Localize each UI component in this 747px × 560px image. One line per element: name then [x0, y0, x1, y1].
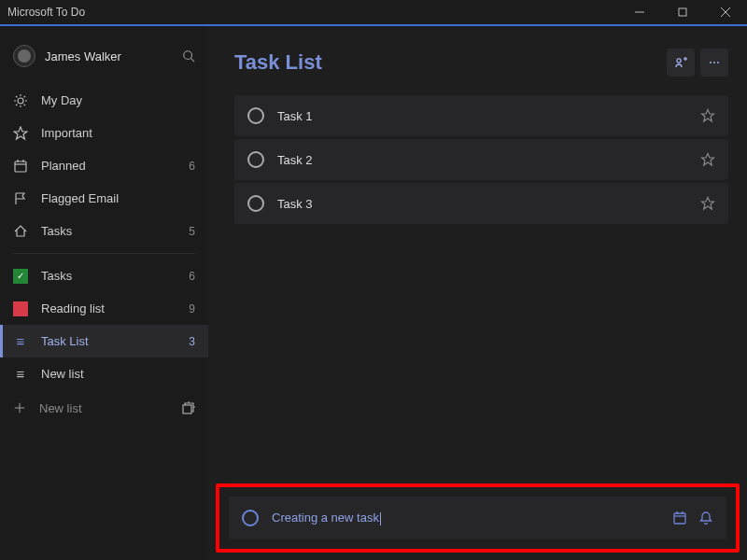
list-count: 3	[189, 335, 195, 348]
checkbox-icon: ✓	[13, 269, 28, 284]
sidebar-divider	[13, 253, 195, 254]
task-list: Task 1 Task 2 Task 3	[234, 95, 728, 225]
add-task-input[interactable]: Creating a new task	[272, 511, 659, 525]
complete-circle-icon[interactable]	[247, 151, 264, 168]
main-content: Task List Task 1 Task 2 Task 3	[208, 26, 747, 560]
reminder-icon[interactable]	[698, 511, 713, 525]
svg-line-11	[16, 96, 17, 97]
svg-point-25	[677, 59, 681, 63]
list-task-list[interactable]: ≡ Task List 3	[0, 325, 208, 357]
red-tile-icon	[13, 301, 28, 316]
due-date-icon[interactable]	[672, 511, 687, 525]
svg-point-28	[710, 62, 712, 63]
nav-label: Flagged Email	[41, 191, 182, 205]
star-icon[interactable]	[700, 108, 715, 123]
list-count: 9	[189, 302, 195, 315]
search-icon[interactable]	[182, 49, 195, 63]
svg-marker-15	[14, 127, 27, 139]
maximize-button[interactable]	[661, 0, 704, 25]
svg-point-4	[184, 51, 192, 60]
more-button[interactable]	[700, 49, 728, 77]
task-name: Task 3	[277, 197, 687, 211]
svg-rect-1	[679, 8, 686, 16]
flag-icon	[13, 191, 28, 206]
nav-label: Important	[41, 126, 182, 140]
list-reading[interactable]: Reading list 9	[0, 292, 208, 325]
list-label: Reading list	[41, 301, 176, 315]
sidebar: James Walker My Day Important Planned 6 …	[0, 26, 208, 560]
minimize-button[interactable]	[618, 0, 661, 25]
svg-rect-16	[15, 161, 26, 172]
svg-line-12	[24, 104, 25, 105]
svg-rect-34	[674, 513, 685, 524]
list-count: 6	[189, 270, 195, 283]
user-name[interactable]: James Walker	[45, 49, 121, 63]
nav-planned[interactable]: Planned 6	[0, 149, 208, 182]
svg-line-14	[24, 96, 25, 97]
nav-count: 6	[189, 160, 195, 173]
nav-my-day[interactable]: My Day	[0, 84, 208, 117]
plus-icon	[13, 401, 26, 414]
task-row[interactable]: Task 2	[234, 139, 728, 180]
sun-icon	[13, 93, 28, 108]
svg-point-6	[18, 98, 23, 104]
list-label: Task List	[41, 334, 176, 348]
add-circle-icon	[242, 510, 259, 526]
add-list-label: New list	[39, 401, 82, 415]
list-label: New list	[41, 367, 182, 381]
svg-rect-22	[183, 405, 191, 413]
share-button[interactable]	[667, 49, 695, 77]
svg-marker-32	[702, 154, 714, 166]
avatar[interactable]	[13, 45, 35, 67]
svg-point-29	[713, 62, 715, 63]
task-row[interactable]: Task 3	[234, 183, 728, 224]
page-title: Task List	[234, 50, 322, 75]
svg-line-13	[16, 104, 17, 105]
star-icon	[13, 126, 28, 141]
svg-point-30	[717, 62, 719, 63]
list-lines-icon: ≡	[13, 367, 28, 382]
nav-label: My Day	[41, 93, 182, 107]
svg-marker-31	[702, 110, 714, 122]
list-group-icon[interactable]	[180, 400, 195, 415]
complete-circle-icon[interactable]	[247, 195, 264, 212]
complete-circle-icon[interactable]	[247, 107, 264, 124]
nav-flagged[interactable]: Flagged Email	[0, 182, 208, 215]
nav-count: 5	[189, 225, 195, 238]
nav-tasks[interactable]: Tasks 5	[0, 215, 208, 247]
add-list-button[interactable]: New list	[0, 390, 208, 426]
nav-label: Tasks	[41, 224, 176, 238]
calendar-icon	[13, 159, 28, 174]
list-label: Tasks	[41, 269, 176, 283]
add-task-row[interactable]: Creating a new task	[229, 497, 726, 539]
titlebar: Microsoft To Do	[0, 0, 747, 26]
nav-label: Planned	[41, 159, 176, 173]
list-new-list[interactable]: ≡ New list	[0, 357, 208, 390]
svg-marker-33	[702, 198, 714, 210]
task-name: Task 1	[277, 109, 687, 123]
svg-line-5	[191, 59, 195, 63]
home-icon	[13, 224, 28, 239]
task-name: Task 2	[277, 153, 687, 167]
list-tasks[interactable]: ✓ Tasks 6	[0, 259, 208, 292]
star-icon[interactable]	[700, 196, 715, 211]
close-button[interactable]	[704, 0, 747, 25]
add-task-highlight: Creating a new task	[216, 483, 740, 553]
task-row[interactable]: Task 1	[234, 95, 728, 136]
nav-important[interactable]: Important	[0, 117, 208, 149]
app-title: Microsoft To Do	[7, 6, 85, 19]
list-lines-icon: ≡	[13, 334, 28, 349]
star-icon[interactable]	[700, 152, 715, 167]
